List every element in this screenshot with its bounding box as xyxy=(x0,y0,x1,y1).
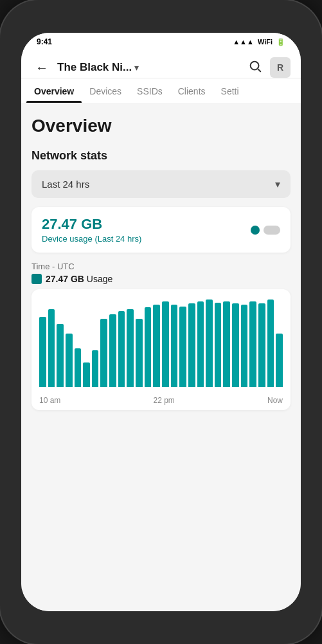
battery-icon: 🔋 xyxy=(276,38,285,46)
tabs-bar: Overview Devices SSIDs Clients Setti xyxy=(21,78,301,103)
legend-color-box xyxy=(31,274,42,284)
tab-devices[interactable]: Devices xyxy=(82,78,129,103)
legend-value: 27.47 GB xyxy=(46,274,84,284)
legend-suffix: Usage xyxy=(87,274,112,284)
tab-clients[interactable]: Clients xyxy=(170,78,213,103)
chevron-down-icon[interactable]: ▾ xyxy=(134,62,139,73)
bar-item xyxy=(223,301,230,387)
status-time: 9:41 xyxy=(37,37,52,46)
bar-item xyxy=(258,303,265,387)
dropdown-label: Last 24 hrs xyxy=(42,179,89,190)
dropdown-arrow-icon: ▾ xyxy=(275,178,280,190)
back-button[interactable]: ← xyxy=(31,57,52,78)
bar-item xyxy=(39,317,46,387)
legend-text: 27.47 GB Usage xyxy=(46,274,112,284)
bar-item xyxy=(75,348,82,387)
stats-info: 27.47 GB Device usage (Last 24 hrs) xyxy=(42,216,141,244)
bar-item xyxy=(66,334,73,387)
bar-item xyxy=(276,334,283,387)
search-button[interactable] xyxy=(248,59,262,76)
header-actions: R xyxy=(248,57,291,78)
xaxis-label-mid: 22 pm xyxy=(153,396,174,405)
bar-item xyxy=(179,307,186,387)
bar-item xyxy=(241,305,248,387)
xaxis-label-start: 10 am xyxy=(39,396,60,405)
stats-label: Device usage (Last 24 hrs) xyxy=(42,234,141,244)
phone-screen: 9:41 ▲▲▲ WiFi 🔋 ← The Black Ni... ▾ xyxy=(21,33,301,611)
chart-legend: 27.47 GB Usage xyxy=(31,274,291,284)
content-area: Overview Network stats Last 24 hrs ▾ 27.… xyxy=(21,103,301,611)
toggle-dot xyxy=(251,226,260,235)
bar-chart xyxy=(39,300,283,389)
bar-item xyxy=(171,305,178,387)
header-title: The Black Ni... xyxy=(57,61,132,74)
bar-item xyxy=(197,301,204,387)
bar-item xyxy=(232,303,239,387)
signal-icon: ▲▲▲ xyxy=(233,38,254,46)
wifi-icon: WiFi xyxy=(258,38,273,46)
header-title-area: The Black Ni... ▾ xyxy=(57,61,243,74)
toggle-track xyxy=(264,226,280,235)
status-bar: 9:41 ▲▲▲ WiFi 🔋 xyxy=(21,33,301,51)
stats-value: 27.47 GB xyxy=(42,216,141,233)
bar-item xyxy=(109,314,116,387)
bar-item xyxy=(48,309,55,387)
bar-item xyxy=(188,303,195,387)
header: ← The Black Ni... ▾ R xyxy=(21,51,301,78)
chart-xaxis: 10 am 22 pm Now xyxy=(39,392,283,405)
tab-settings[interactable]: Setti xyxy=(213,78,247,103)
tab-ssids[interactable]: SSIDs xyxy=(129,78,170,103)
user-avatar[interactable]: R xyxy=(270,57,291,78)
bar-item xyxy=(215,303,222,387)
toggle-switch[interactable] xyxy=(251,226,280,235)
network-stats-title: Network stats xyxy=(31,149,291,163)
bar-item xyxy=(249,301,256,387)
stats-card: 27.47 GB Device usage (Last 24 hrs) xyxy=(31,207,291,253)
bar-item xyxy=(100,319,107,387)
bar-item xyxy=(118,311,125,387)
time-range-dropdown[interactable]: Last 24 hrs ▾ xyxy=(31,170,291,198)
timezone-label: Time - UTC xyxy=(31,262,291,271)
phone-frame: 9:41 ▲▲▲ WiFi 🔋 ← The Black Ni... ▾ xyxy=(0,0,322,644)
xaxis-label-end: Now xyxy=(267,396,283,405)
svg-line-1 xyxy=(258,69,260,71)
bar-item xyxy=(153,305,160,387)
bar-item xyxy=(83,362,90,387)
chart-container: 10 am 22 pm Now xyxy=(31,289,291,410)
bar-item xyxy=(136,319,143,387)
bar-item xyxy=(206,300,213,387)
bar-item xyxy=(57,324,64,387)
status-icons: ▲▲▲ WiFi 🔋 xyxy=(233,38,285,46)
bar-item xyxy=(92,350,99,387)
bar-item xyxy=(145,307,152,387)
tab-overview[interactable]: Overview xyxy=(26,78,82,103)
bar-item xyxy=(162,301,169,387)
bar-item xyxy=(127,309,134,387)
page-title: Overview xyxy=(31,116,291,136)
bar-item xyxy=(267,300,274,387)
